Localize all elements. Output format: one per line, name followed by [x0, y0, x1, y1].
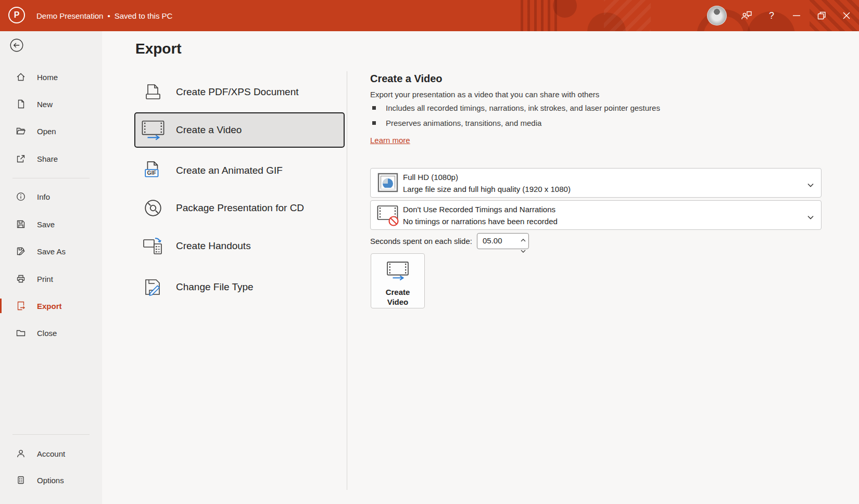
create-video-label-line2: Video — [387, 297, 409, 307]
account-icon — [16, 448, 26, 459]
column-divider — [347, 71, 347, 490]
cd-icon — [143, 198, 163, 218]
display-quality-icon — [377, 173, 399, 193]
export-option-create-a-video[interactable]: Create a Video — [134, 112, 345, 148]
sidebar-item-share[interactable]: Share — [0, 148, 102, 169]
gif-badge: GIF — [147, 170, 157, 176]
sidebar-item-label: Export — [37, 302, 62, 311]
sidebar-item-account[interactable]: Account — [0, 443, 102, 464]
change-file-type-icon — [143, 277, 163, 298]
spinner-down-icon[interactable] — [521, 245, 526, 255]
help-icon: ? — [769, 10, 774, 21]
bullet-text: Includes all recorded timings, narration… — [386, 104, 660, 112]
document-name: Demo Presentation — [36, 11, 103, 20]
sidebar-item-label: Save As — [37, 247, 66, 256]
sidebar-item-label: Options — [37, 476, 64, 485]
help-button[interactable]: ? — [759, 0, 784, 31]
export-option-label: Create a Video — [176, 124, 242, 136]
create-video-label-line1: Create — [386, 287, 410, 297]
seconds-value-input[interactable] — [482, 236, 514, 245]
timings-option-description: No timings or narrations have been recor… — [403, 217, 558, 226]
close-folder-icon — [16, 328, 26, 338]
sidebar-item-label: Close — [37, 329, 57, 338]
export-option-label: Package Presentation for CD — [176, 202, 304, 214]
open-folder-icon — [16, 126, 26, 136]
pdf-xps-icon — [143, 82, 163, 102]
sidebar-item-label: Print — [37, 275, 53, 283]
video-quality-dropdown[interactable]: Full HD (1080p) Large file size and full… — [370, 168, 822, 198]
video-film-icon — [143, 120, 163, 140]
saved-status: Saved to this PC — [115, 11, 173, 20]
backstage-sidebar: Home New Open Share Info Save Save As — [0, 31, 102, 504]
chevron-down-icon — [807, 180, 814, 189]
export-option-pdf-xps[interactable]: Create PDF/XPS Document — [134, 74, 345, 110]
minimize-icon — [791, 10, 802, 21]
export-option-package-for-cd[interactable]: Package Presentation for CD — [134, 190, 345, 226]
titlebar: P Demo Presentation • Saved to this PC ? — [0, 0, 859, 31]
document-title: Demo Presentation • Saved to this PC — [36, 0, 172, 31]
feedback-button[interactable] — [734, 0, 759, 31]
square-bullet-icon — [372, 106, 376, 110]
create-a-video-panel: Create a Video Export your presentation … — [370, 31, 859, 504]
back-button[interactable] — [9, 37, 24, 53]
handouts-icon — [143, 236, 163, 256]
user-avatar[interactable] — [707, 6, 727, 25]
powerpoint-backstage-window: P Demo Presentation • Saved to this PC ? — [0, 0, 859, 504]
options-icon — [16, 475, 26, 485]
learn-more-link[interactable]: Learn more — [370, 136, 410, 145]
square-bullet-icon — [372, 121, 376, 125]
panel-description: Export your presentation as a video that… — [370, 90, 599, 99]
export-option-change-file-type[interactable]: Change File Type — [134, 269, 345, 305]
share-icon — [16, 153, 26, 164]
animated-gif-icon: GIF — [143, 160, 163, 181]
export-option-create-handouts[interactable]: Create Handouts — [134, 228, 345, 264]
print-icon — [16, 274, 26, 284]
bullet-text: Preserves animations, transitions, and m… — [386, 119, 541, 127]
export-option-animated-gif[interactable]: GIF Create an Animated GIF — [134, 153, 345, 188]
sidebar-divider — [12, 178, 90, 178]
sidebar-item-open[interactable]: Open — [0, 121, 102, 141]
sidebar-item-label: Info — [37, 192, 50, 201]
sidebar-item-info[interactable]: Info — [0, 186, 102, 207]
sidebar-item-label: Home — [37, 73, 58, 82]
sidebar-item-save-as[interactable]: Save As — [0, 241, 102, 262]
close-button[interactable] — [834, 0, 859, 31]
info-icon — [16, 191, 26, 202]
sidebar-item-new[interactable]: New — [0, 94, 102, 114]
timings-narrations-dropdown[interactable]: Don't Use Recorded Timings and Narration… — [370, 200, 822, 230]
sidebar-item-options[interactable]: Options — [0, 470, 102, 490]
export-option-label: Create PDF/XPS Document — [176, 86, 298, 98]
save-icon — [16, 219, 26, 229]
title-separator: • — [107, 11, 110, 20]
sidebar-divider — [12, 434, 90, 435]
home-icon — [16, 72, 26, 82]
seconds-per-slide-label: Seconds spent on each slide: — [370, 237, 472, 245]
chevron-down-icon — [807, 212, 814, 222]
sidebar-item-export[interactable]: Export — [0, 295, 102, 316]
panel-title: Create a Video — [370, 73, 443, 85]
quality-option-description: Large file size and full high quality (1… — [403, 185, 571, 193]
feedback-icon — [740, 10, 753, 21]
spinner-up-icon[interactable] — [521, 235, 526, 244]
create-video-button[interactable]: Create Video — [371, 253, 425, 308]
restore-button[interactable] — [809, 0, 834, 31]
sidebar-item-label: Account — [37, 449, 65, 458]
sidebar-item-close[interactable]: Close — [0, 322, 102, 343]
bullet-item: Preserves animations, transitions, and m… — [372, 119, 541, 127]
export-icon — [16, 301, 26, 311]
timings-selected-option: Don't Use Recorded Timings and Narration… — [403, 205, 555, 214]
restore-icon — [816, 10, 827, 21]
sidebar-item-save[interactable]: Save — [0, 214, 102, 235]
sidebar-item-print[interactable]: Print — [0, 268, 102, 289]
sidebar-item-home[interactable]: Home — [0, 67, 102, 87]
export-option-label: Create Handouts — [176, 240, 251, 252]
quality-selected-option: Full HD (1080p) — [403, 173, 458, 182]
seconds-per-slide-spinner[interactable] — [477, 233, 529, 249]
save-as-icon — [16, 246, 26, 256]
minimize-button[interactable] — [784, 0, 809, 31]
bullet-item: Includes all recorded timings, narration… — [372, 104, 660, 112]
no-timings-icon — [377, 205, 399, 226]
new-document-icon — [16, 99, 26, 109]
export-option-label: Create an Animated GIF — [176, 165, 283, 176]
close-icon — [841, 10, 852, 21]
